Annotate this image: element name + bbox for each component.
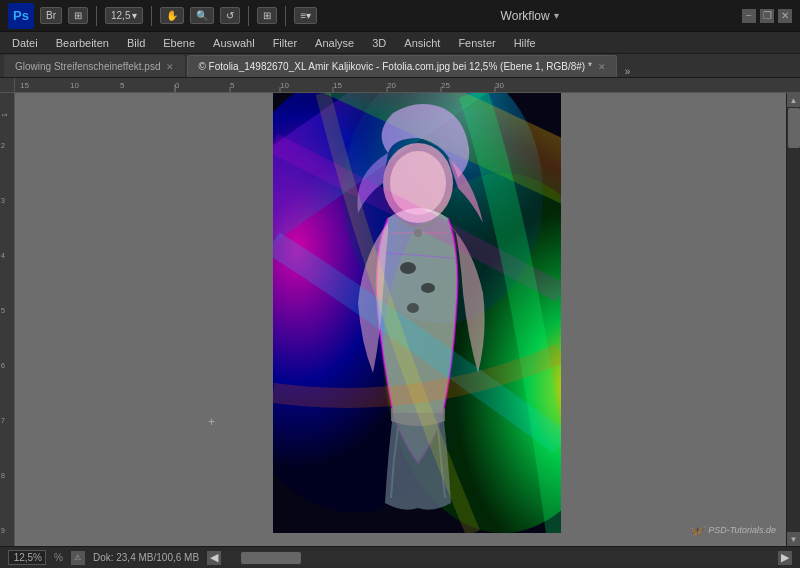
ruler-row: 15 10 5 0 5 10 15 20 25 30 — [0, 78, 800, 93]
scroll-v-thumb[interactable] — [788, 108, 800, 148]
titlebar: Ps Br ⊞ 12,5 ▾ ✋ 🔍 ↺ ⊞ ≡▾ Workflow ▾ − ❐… — [0, 0, 800, 32]
menu-item-analyse[interactable]: Analyse — [307, 35, 362, 51]
scroll-right-arrow[interactable]: ▶ — [778, 551, 792, 565]
svg-text:3: 3 — [1, 197, 5, 204]
separator-2 — [151, 6, 152, 26]
tab-fotolia[interactable]: © Fotolia_14982670_XL Amir Kaljikovic - … — [187, 55, 616, 77]
svg-text:5: 5 — [1, 307, 5, 314]
statusbar: % ⚠ Dok: 23,4 MB/100,6 MB ◀ ▶ — [0, 546, 800, 568]
menu-item-bearbeiten[interactable]: Bearbeiten — [48, 35, 117, 51]
zoom-percent-icon: % — [54, 552, 63, 563]
scroll-h-track[interactable] — [221, 551, 778, 565]
svg-text:10: 10 — [280, 81, 289, 90]
grid-btn[interactable]: ⊞ — [257, 7, 277, 24]
close-button[interactable]: ✕ — [778, 9, 792, 23]
photo-svg — [273, 93, 561, 533]
menu-item-3d[interactable]: 3D — [364, 35, 394, 51]
svg-text:30: 30 — [495, 81, 504, 90]
separator-3 — [248, 6, 249, 26]
scroll-up-arrow[interactable]: ▲ — [787, 93, 801, 107]
svg-rect-0 — [15, 78, 795, 92]
menu-item-bild[interactable]: Bild — [119, 35, 153, 51]
svg-text:1: 1 — [1, 113, 8, 117]
ruler-horizontal: 15 10 5 0 5 10 15 20 25 30 — [15, 78, 800, 93]
ruler-v-svg: 1 2 3 4 5 6 7 8 9 — [0, 93, 15, 546]
svg-text:10: 10 — [70, 81, 79, 90]
butterfly-icon: 🦋 — [687, 522, 704, 538]
menu-item-filter[interactable]: Filter — [265, 35, 305, 51]
svg-text:5: 5 — [120, 81, 125, 90]
window-controls: − ❐ ✕ — [742, 9, 792, 23]
watermark: 🦋 PSD-Tutorials.de — [687, 522, 776, 538]
svg-point-38 — [407, 303, 419, 313]
photo-canvas — [273, 93, 561, 533]
svg-text:15: 15 — [333, 81, 342, 90]
tab-fotolia-close[interactable]: ✕ — [598, 62, 606, 72]
menu-item-hilfe[interactable]: Hilfe — [506, 35, 544, 51]
tab-glowing-close[interactable]: ✕ — [166, 62, 174, 72]
photoshop-icon: Ps — [8, 3, 34, 29]
cross-cursor: + — [208, 415, 215, 429]
separator-1 — [96, 6, 97, 26]
menu-item-ebene[interactable]: Ebene — [155, 35, 203, 51]
content-row: 1 2 3 4 5 6 7 8 9 — [0, 93, 800, 546]
minimize-button[interactable]: − — [742, 9, 756, 23]
tab-fotolia-label: © Fotolia_14982670_XL Amir Kaljikovic - … — [198, 61, 591, 72]
main-area: 15 10 5 0 5 10 15 20 25 30 — [0, 78, 800, 546]
canvas-area[interactable]: + 🦋 PSD-Tutorials.de — [15, 93, 786, 546]
scroll-v-track[interactable] — [787, 107, 800, 532]
svg-text:4: 4 — [1, 252, 5, 259]
scroll-h-thumb[interactable] — [241, 552, 301, 564]
rotate-tool-btn[interactable]: ↺ — [220, 7, 240, 24]
watermark-text: PSD-Tutorials.de — [708, 525, 776, 535]
menu-item-ansicht[interactable]: Ansicht — [396, 35, 448, 51]
doc-info: Dok: 23,4 MB/100,6 MB — [93, 552, 199, 563]
scrollbar-vertical[interactable]: ▲ ▼ — [786, 93, 800, 546]
restore-button[interactable]: ❐ — [760, 9, 774, 23]
svg-text:8: 8 — [1, 472, 5, 479]
titlebar-left: Ps Br ⊞ 12,5 ▾ ✋ 🔍 ↺ ⊞ ≡▾ — [8, 3, 317, 29]
svg-point-37 — [421, 283, 435, 293]
menu-item-auswahl[interactable]: Auswahl — [205, 35, 263, 51]
svg-text:9: 9 — [1, 527, 5, 534]
tab-glowing[interactable]: Glowing Streifenscheineffekt.psd ✕ — [4, 55, 185, 77]
zoom-value[interactable]: 12,5 ▾ — [105, 7, 143, 24]
workflow-dropdown-icon[interactable]: ▾ — [554, 10, 559, 21]
workflow-area: Workflow ▾ — [501, 9, 559, 23]
svg-text:7: 7 — [1, 417, 5, 424]
svg-text:25: 25 — [441, 81, 450, 90]
svg-text:0: 0 — [175, 81, 180, 90]
zoom-tool-btn[interactable]: 🔍 — [190, 7, 214, 24]
svg-text:2: 2 — [1, 142, 5, 149]
ruler-vertical: 1 2 3 4 5 6 7 8 9 — [0, 93, 15, 546]
menu-item-datei[interactable]: Datei — [4, 35, 46, 51]
tabs-overflow[interactable]: » — [619, 66, 637, 77]
workflow-label: Workflow — [501, 9, 550, 23]
menu-item-fenster[interactable]: Fenster — [450, 35, 503, 51]
scroll-down-arrow[interactable]: ▼ — [787, 532, 801, 546]
tab-glowing-label: Glowing Streifenscheineffekt.psd — [15, 61, 160, 72]
svg-text:20: 20 — [387, 81, 396, 90]
file-type-button[interactable]: Br — [40, 7, 62, 24]
svg-point-39 — [414, 229, 422, 237]
tabsbar: Glowing Streifenscheineffekt.psd ✕ © Fot… — [0, 54, 800, 78]
svg-point-36 — [400, 262, 416, 274]
svg-text:5: 5 — [230, 81, 235, 90]
svg-text:15: 15 — [20, 81, 29, 90]
menubar: DateiBearbeitenBildEbeneAuswahlFilterAna… — [0, 32, 800, 54]
ruler-h-svg: 15 10 5 0 5 10 15 20 25 30 — [15, 78, 795, 92]
zoom-input[interactable] — [8, 550, 46, 565]
scroll-left-arrow[interactable]: ◀ — [207, 551, 221, 565]
layout-button[interactable]: ⊞ — [68, 7, 88, 24]
separator-4 — [285, 6, 286, 26]
ruler-corner — [0, 78, 15, 93]
status-warning-icon[interactable]: ⚠ — [71, 551, 85, 565]
extra-btn[interactable]: ≡▾ — [294, 7, 317, 24]
scrollbar-h-container: ◀ ▶ — [207, 551, 792, 565]
canvas-outer: 15 10 5 0 5 10 15 20 25 30 — [0, 78, 800, 546]
svg-text:6: 6 — [1, 362, 5, 369]
move-tool-btn[interactable]: ✋ — [160, 7, 184, 24]
